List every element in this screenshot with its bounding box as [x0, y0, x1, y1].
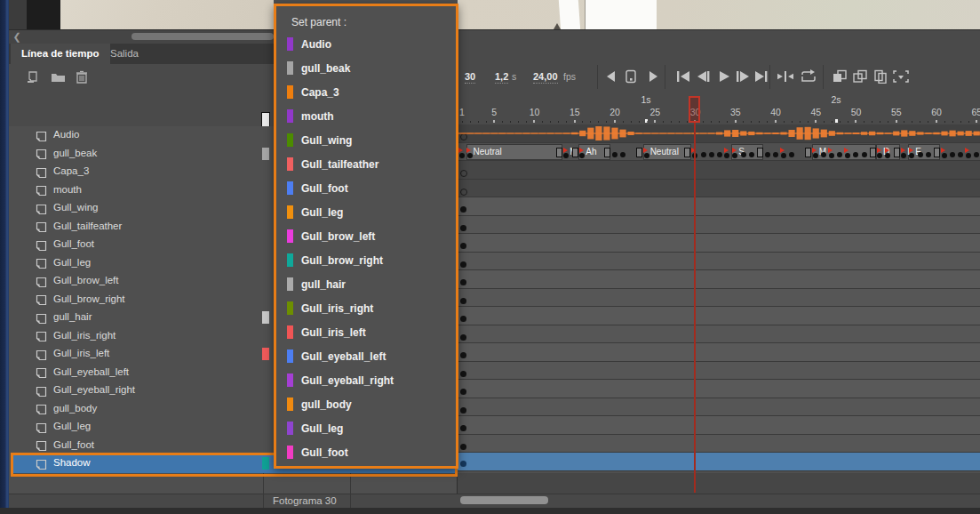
track-row-mouth[interactable] [458, 180, 980, 198]
edit-multiple-frames-icon[interactable] [872, 69, 891, 84]
popup-item-gull_iris_right-11[interactable]: Gull_iris_right [276, 296, 456, 320]
track-row-capa_3[interactable] [458, 161, 980, 180]
popup-item-audio-0[interactable]: Audio [276, 32, 456, 56]
frame-tick [832, 121, 833, 123]
track-row-gull_body[interactable] [458, 398, 980, 417]
center-playhead-icon[interactable] [776, 69, 795, 84]
frame-ruler[interactable]: 151015202530354045505560651s2s [458, 92, 980, 124]
popup-item-gull_brow_left-8[interactable]: Gull_brow_left [276, 224, 456, 248]
layer-name: Gull_leg [53, 421, 91, 431]
track-row-gull_wing[interactable] [458, 197, 980, 216]
frame-rate-hottext[interactable]: 24,00 [533, 71, 558, 84]
frame-indicator-icon[interactable] [621, 69, 641, 84]
layer-color-swatch [287, 85, 293, 99]
layer-color-swatch [287, 205, 293, 219]
frame-tick [792, 121, 793, 123]
tab-timeline[interactable]: Línea de tiempo [11, 44, 110, 64]
track-row-gull_beak[interactable]: NeutralMAhNeutralSMDLE [458, 143, 980, 162]
layer-name: Gull_tailfeather [53, 221, 122, 231]
track-row-gull_foot[interactable] [458, 234, 980, 253]
popup-item-mouth-3[interactable]: mouth [276, 104, 456, 128]
track-row-gull_iris_left[interactable] [458, 343, 980, 362]
frame-tick [623, 121, 624, 123]
new-folder-icon[interactable] [51, 70, 65, 84]
track-row-audio[interactable] [458, 124, 980, 143]
tab-output[interactable]: Salida [100, 44, 149, 64]
ruler-number-35: 35 [730, 107, 741, 117]
layer-parent-mark [262, 457, 269, 470]
keyframe-dot [829, 153, 834, 158]
popup-item-label: Gull_wing [301, 134, 352, 147]
frame-tick [550, 121, 551, 123]
ruler-number-5: 5 [491, 107, 497, 117]
track-row-gull_iris_right[interactable] [458, 325, 980, 344]
popup-item-gull_eyeball_left-13[interactable]: Gull_eyeball_left [276, 344, 456, 368]
fps-unit: fps [563, 71, 576, 82]
track-row-gull_brow_left[interactable] [458, 270, 980, 289]
onion-skin-icon[interactable] [831, 69, 850, 84]
popup-item-label: Gull_eyeball_left [301, 350, 386, 363]
frame-dot [862, 152, 867, 157]
track-row-gull_hair[interactable] [458, 307, 980, 325]
popup-item-gull_iris_left-12[interactable]: Gull_iris_left [276, 320, 456, 344]
popup-item-capa_3-2[interactable]: Capa_3 [276, 80, 456, 104]
popup-item-gull_eyeball_right-14[interactable]: Gull_eyeball_right [276, 368, 456, 392]
playhead-marker[interactable] [689, 96, 700, 123]
track-row-gull_eyeball_right[interactable] [458, 380, 980, 398]
new-layer-icon[interactable] [26, 70, 40, 84]
keyframe-dot [724, 153, 729, 158]
popup-item-gull_foot-17[interactable]: Gull_foot [276, 440, 456, 464]
span-end-marker [684, 148, 690, 157]
keyframe-flag [579, 148, 584, 153]
track-row-gull_leg[interactable] [458, 416, 980, 435]
popup-item-gull_wing-4[interactable]: Gull_wing [276, 128, 456, 152]
keyframe-dot [460, 279, 466, 285]
popup-item-gull_foot-6[interactable]: Gull_foot [276, 176, 456, 200]
layer-name: gull_body [53, 403, 97, 414]
scroll-left-icon[interactable]: ❮ [12, 31, 22, 42]
popup-item-gull_tailfeather-5[interactable]: Gull_tailfeather [276, 152, 456, 176]
elapsed-time-hottext[interactable]: 1,2 [495, 71, 508, 84]
track-row-gull_eyeball_left[interactable] [458, 362, 980, 381]
layer-page-icon [36, 130, 47, 141]
frame-dot [709, 152, 714, 157]
popup-item-label: Gull_tailfeather [301, 158, 378, 171]
track-row-gull_leg[interactable] [458, 253, 980, 271]
play-icon[interactable] [714, 69, 734, 84]
keyframe-dot [460, 352, 466, 358]
popup-item-label: mouth [301, 110, 334, 123]
keyframe-dot [460, 316, 466, 322]
track-row-shadow[interactable] [458, 453, 980, 471]
frame-tick [976, 120, 977, 123]
frame-tick [478, 121, 479, 123]
frame-tick [470, 121, 471, 123]
layer-color-swatch [287, 301, 293, 315]
popup-item-gull_brow_right-9[interactable]: Gull_brow_right [276, 248, 456, 272]
vertical-scrollbar-thumb[interactable] [261, 112, 270, 127]
next-keyframe-icon[interactable] [642, 69, 662, 84]
delete-layer-icon[interactable] [76, 70, 90, 84]
popup-item-gull_body-15[interactable]: gull_body [276, 392, 456, 416]
onion-outlines-icon[interactable] [851, 69, 871, 84]
step-back-icon[interactable] [694, 69, 713, 84]
scrollbar-thumb[interactable] [131, 33, 274, 40]
popup-item-gull_beak-1[interactable]: gull_beak [276, 56, 456, 80]
step-forward-icon[interactable] [733, 69, 753, 84]
popup-item-gull_leg-16[interactable]: Gull_leg [276, 416, 456, 440]
popup-item-gull_hair-10[interactable]: gull_hair [276, 272, 456, 296]
modify-markers-icon[interactable] [892, 69, 912, 84]
loop-playback-icon[interactable] [799, 69, 818, 84]
popup-item-gull_leg-7[interactable]: Gull_leg [276, 200, 456, 224]
prev-keyframe-icon[interactable] [602, 69, 622, 84]
toolbar-separator [665, 65, 665, 89]
current-frame-hottext[interactable]: 30 [465, 71, 475, 84]
horizontal-scrollbar-thumb[interactable] [460, 496, 548, 504]
go-last-frame-icon[interactable] [752, 69, 771, 84]
frames-area[interactable]: NeutralMAhNeutralSMDLE [458, 124, 980, 473]
track-row-gull_brow_right[interactable] [458, 289, 980, 308]
frame-tick [711, 121, 712, 123]
track-row-gull_foot[interactable] [458, 435, 980, 454]
track-row-gull_tailfeather[interactable] [458, 216, 980, 235]
go-first-frame-icon[interactable] [673, 69, 693, 84]
playhead-line[interactable] [694, 123, 696, 493]
